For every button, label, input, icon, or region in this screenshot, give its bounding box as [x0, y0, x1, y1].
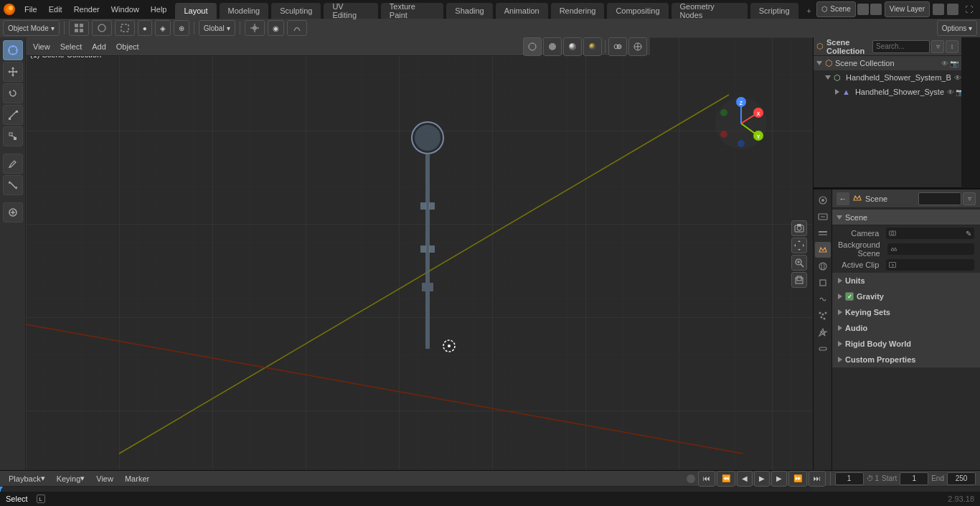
blender-logo[interactable]	[0, 0, 19, 19]
tab-compositing[interactable]: Compositing	[607, 3, 668, 19]
select-box-btn[interactable]	[115, 20, 135, 36]
prev-keyframe-btn[interactable]: ◀	[737, 471, 753, 487]
gravity-checkbox[interactable]: ✓	[845, 292, 854, 301]
tab-scripting[interactable]: Scripting	[750, 3, 798, 19]
rendered-btn[interactable]	[583, 37, 602, 56]
keying-btn[interactable]: Keying▾	[52, 471, 90, 487]
current-frame-input[interactable]	[835, 472, 864, 485]
pan-icon-btn[interactable]	[791, 238, 807, 253]
active-clip-value[interactable]	[886, 259, 974, 271]
outliner-search[interactable]	[872, 40, 930, 53]
item0-visibility[interactable]: 👁	[954, 74, 961, 82]
record-btn[interactable]	[687, 474, 695, 483]
scene-add[interactable]	[857, 4, 869, 15]
tool-scale[interactable]	[3, 105, 23, 125]
transform-space-btn[interactable]: Global ▾	[199, 20, 235, 36]
viewport-3d[interactable]: User Perspective (1) Scene Collection	[26, 37, 813, 470]
tool-rotate[interactable]	[3, 83, 23, 103]
view-timeline-btn[interactable]: View	[92, 471, 118, 487]
tab-animation[interactable]: Animation	[496, 3, 548, 19]
add-workspace-button[interactable]: +	[801, 3, 817, 19]
scene-remove[interactable]	[870, 4, 882, 15]
camera-picker-icon[interactable]: ✎	[966, 230, 971, 238]
item1-visibility[interactable]: 👁	[947, 88, 954, 96]
perspective-icon-btn[interactable]	[791, 272, 807, 288]
outliner-item-0[interactable]: ⬡ Handheld_Shower_System_B 👁 ✕ 📷	[814, 70, 961, 85]
view-layer-selector[interactable]: View Layer	[885, 1, 930, 17]
gizmo-btn[interactable]	[628, 37, 647, 56]
tab-modeling[interactable]: Modeling	[220, 3, 269, 19]
units-section-header[interactable]: Units	[832, 273, 980, 289]
menu-window[interactable]: Window	[105, 0, 145, 19]
playback-btn[interactable]: Playback ▾	[4, 471, 50, 487]
select-linked-btn[interactable]: ●	[138, 20, 152, 36]
props-search[interactable]	[918, 192, 961, 205]
props-filter-btn[interactable]: ▿	[963, 192, 976, 205]
outliner-filter-btn[interactable]: ▿	[931, 40, 944, 53]
navigation-gizmo[interactable]: Z X Y	[712, 95, 770, 154]
custom-props-section-header[interactable]: Custom Properties	[832, 352, 980, 367]
next-keyframe-btn[interactable]: ▶	[771, 471, 787, 487]
rigid-body-section-header[interactable]: Rigid Body World	[832, 336, 980, 352]
view-layer-remove[interactable]	[947, 4, 958, 15]
item1-render[interactable]: 📷	[956, 88, 961, 96]
prop-physics[interactable]	[815, 324, 831, 340]
bg-scene-value[interactable]	[887, 243, 974, 255]
prop-object[interactable]	[815, 275, 831, 291]
marker-btn[interactable]: Marker	[121, 471, 154, 487]
gravity-section-header[interactable]: ✓ Gravity	[832, 289, 980, 304]
tab-layout[interactable]: Layout	[175, 3, 216, 19]
proportional-edit-btn[interactable]: ◉	[268, 20, 284, 36]
menu-render[interactable]: Render	[68, 0, 105, 19]
zoom-icon-btn[interactable]	[791, 255, 807, 271]
tool-move[interactable]	[3, 62, 23, 82]
outliner-sort-btn[interactable]: ↕	[946, 40, 958, 53]
scene-render-icon[interactable]: 📷	[950, 60, 958, 67]
add-btn[interactable]: Add	[88, 39, 110, 55]
audio-section-header[interactable]: Audio	[832, 320, 980, 336]
tab-sculpting[interactable]: Sculpting	[271, 3, 321, 19]
keying-sets-section-header[interactable]: Keying Sets	[832, 304, 980, 320]
select-btn[interactable]: Select	[56, 39, 87, 55]
prop-render[interactable]	[815, 192, 831, 208]
overlay-btn[interactable]	[608, 37, 627, 56]
next-frame-btn[interactable]: ⏩	[788, 471, 807, 487]
tab-shading[interactable]: Shading	[446, 3, 492, 19]
scene-collection-row[interactable]: ⬡ Scene Collection 👁 📷	[814, 56, 961, 70]
prop-output[interactable]	[815, 209, 831, 225]
scene-visibility-icon[interactable]: 👁	[941, 60, 948, 67]
prop-modifier[interactable]	[815, 291, 831, 307]
prop-scene[interactable]	[815, 242, 831, 258]
tool-cursor[interactable]	[3, 40, 23, 60]
object-btn[interactable]: Object	[112, 39, 143, 55]
view-btn[interactable]: View	[29, 39, 55, 55]
scene-section-header[interactable]: Scene	[832, 210, 980, 225]
view-layer-add[interactable]	[933, 4, 944, 15]
menu-edit[interactable]: Edit	[43, 0, 68, 19]
solid-btn[interactable]	[543, 37, 562, 56]
wireframe-btn[interactable]	[523, 37, 542, 56]
options-btn[interactable]: Options ▾	[937, 20, 977, 36]
snap-btn[interactable]	[245, 20, 265, 36]
menu-help[interactable]: Help	[145, 0, 173, 19]
jump-start-btn[interactable]: ⏮	[698, 471, 715, 487]
menu-file[interactable]: File	[19, 0, 43, 19]
tool-transform[interactable]	[3, 126, 23, 146]
select-edge-btn[interactable]: ◈	[155, 20, 171, 36]
prop-constraints[interactable]	[815, 341, 831, 357]
prop-view-layer[interactable]	[815, 225, 831, 241]
object-mode-dropdown[interactable]: Object Mode ▾	[3, 20, 60, 36]
prev-frame-btn[interactable]: ⏪	[717, 471, 735, 487]
tab-geometry-nodes[interactable]: Geometry Nodes	[672, 3, 748, 19]
camera-value[interactable]: ✎	[886, 228, 974, 239]
jump-end-btn[interactable]: ⏭	[809, 471, 826, 487]
prop-particles[interactable]	[815, 308, 831, 324]
camera-icon-btn[interactable]	[791, 220, 807, 236]
tool-measure[interactable]	[3, 175, 23, 195]
end-frame-input[interactable]	[947, 472, 976, 485]
play-btn[interactable]: ▶	[754, 471, 770, 487]
select-mode-btn[interactable]	[92, 20, 112, 36]
props-back-btn[interactable]: ←	[837, 192, 849, 205]
tab-texture-paint[interactable]: Texture Paint	[381, 3, 444, 19]
fullscreen-button[interactable]: ⛶	[961, 2, 976, 17]
